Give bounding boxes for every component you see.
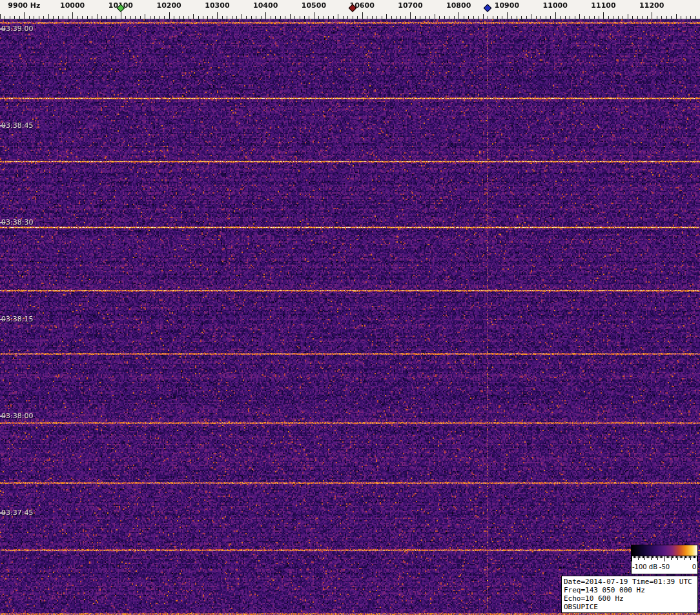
waterfall-canvas [0,19,700,615]
amplitude-colorbar: -100 dB -50 0 [631,545,698,574]
colorbar-gradient-canvas [632,545,697,562]
info-date-time-line: Date=2014-07-19 Time=01:39 UTC [564,578,695,586]
colorbar-min-label: -100 dB [632,563,657,570]
colorbar-max-label: 0 [692,563,696,570]
freq-tick-label-11200: 11200 [639,1,664,10]
freq-tick-label-10400: 10400 [253,1,278,10]
info-station-line: OBSUPICE [564,603,695,611]
time-tick-label-03-38-15: 03:38:15 [1,315,33,323]
colorbar-mid-label: -50 [659,563,670,570]
frequency-ruler: 9900 Hz100001010010200103001040010500106… [0,0,700,19]
info-frequency-line: Freq=143 050 000 Hz [564,586,695,594]
freq-tick-label-11000: 11000 [543,1,568,10]
freq-tick-label-11100: 11100 [591,1,615,10]
time-tick-label-03-38-30: 03:38:30 [1,218,33,227]
freq-tick-label-9900: 9900 Hz [8,1,40,10]
waterfall-display: 03:39:0003:38:4503:38:3003:38:1503:38:00… [0,19,700,615]
freq-tick-label-10000: 10000 [60,1,85,10]
spectrogram-window: 9900 Hz100001010010200103001040010500106… [0,0,700,615]
info-echo-line: Echo=10 600 Hz [564,594,695,603]
freq-tick-label-10700: 10700 [398,1,422,10]
freq-tick-label-10300: 10300 [205,1,229,10]
freq-tick-label-10900: 10900 [495,1,519,10]
time-tick-label-03-39-00: 03:39:00 [1,25,33,33]
observation-info-box: Date=2014-07-19 Time=01:39 UTC Freq=143 … [561,576,698,613]
time-tick-label-03-38-00: 03:38:00 [1,412,33,420]
time-tick-label-03-37-45: 03:37:45 [1,509,33,517]
time-tick-label-03-38-45: 03:38:45 [1,121,33,130]
freq-tick-label-10800: 10800 [446,1,471,10]
colorbar-scale-labels: -100 dB -50 0 [632,562,697,573]
freq-tick-label-10500: 10500 [302,1,326,10]
freq-tick-label-10200: 10200 [157,1,181,10]
